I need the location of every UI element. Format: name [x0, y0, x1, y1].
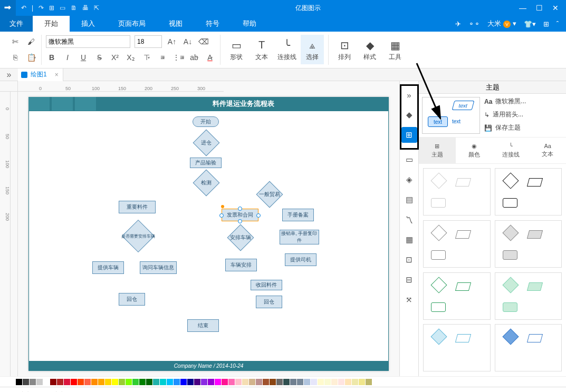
menu-view[interactable]: 视图	[157, 16, 194, 32]
node-invoice-selected[interactable]: 发票和合同	[222, 209, 258, 221]
node-diamond-3[interactable]: 一般贸易	[256, 181, 283, 208]
color-swatch[interactable]	[98, 379, 104, 385]
color-swatch[interactable]	[30, 379, 36, 385]
italic-button[interactable]: I	[62, 52, 73, 63]
theme-item[interactable]	[495, 324, 562, 371]
node-diamond-5[interactable]: 安排车辆	[227, 224, 254, 251]
side-chart-icon[interactable]: 〽	[401, 212, 417, 228]
theme-font-option[interactable]: Aa 微软雅黑...	[484, 97, 563, 106]
font-color-button[interactable]: A▾	[204, 52, 216, 63]
line-spacing-button[interactable]: ≡▾	[157, 52, 168, 63]
theme-item[interactable]	[423, 168, 491, 215]
theme-save-option[interactable]: 💾 保存主题	[484, 123, 563, 132]
color-swatch[interactable]	[201, 379, 207, 385]
node-vehicle-info[interactable]: 询问车辆信息	[140, 261, 177, 274]
theme-tab-theme[interactable]: ⊞主题	[419, 138, 456, 163]
grid-icon[interactable]: ⊞	[543, 20, 549, 28]
color-swatch[interactable]	[167, 379, 173, 385]
select-button[interactable]: ⟁选择	[301, 35, 324, 64]
shirt-icon[interactable]: 👕▾	[524, 20, 536, 28]
expand-shapes-icon[interactable]: »	[0, 70, 18, 80]
subscript-button[interactable]: X₂	[125, 52, 137, 63]
color-swatch[interactable]	[215, 379, 221, 385]
color-swatch[interactable]	[235, 379, 242, 385]
color-swatch[interactable]	[160, 379, 166, 385]
color-swatch[interactable]	[64, 379, 70, 385]
highlight-button[interactable]: ab▾	[188, 52, 200, 63]
color-swatch[interactable]	[263, 379, 269, 385]
side-attach-icon[interactable]: ⊡	[401, 252, 417, 268]
color-swatch[interactable]	[36, 379, 43, 385]
color-swatch[interactable]	[359, 379, 365, 385]
color-swatch[interactable]	[222, 379, 228, 385]
close-tab-icon[interactable]: ×	[55, 71, 59, 79]
color-swatch[interactable]	[78, 379, 84, 385]
theme-item[interactable]	[495, 168, 562, 215]
clear-format-button[interactable]: ⌫	[198, 36, 209, 47]
style-button[interactable]: ◆样式	[358, 35, 381, 64]
color-swatch[interactable]	[352, 379, 358, 385]
bullets-button[interactable]: ⋮≡▾	[172, 52, 184, 63]
color-swatch[interactable]	[331, 379, 338, 385]
color-swatch[interactable]	[276, 379, 283, 385]
color-swatch[interactable]	[153, 379, 159, 385]
canvas[interactable]: 料件退运业务流程表 开始 进仓 产品输验 检测 一般贸易 重要料件 是否需要安排…	[28, 97, 389, 371]
color-swatch[interactable]	[366, 379, 372, 385]
shape-button[interactable]: ▭形状	[225, 35, 248, 64]
theme-item[interactable]	[495, 220, 562, 268]
node-start[interactable]: 开始	[193, 116, 219, 127]
color-swatch[interactable]	[132, 379, 139, 385]
side-theme-icon[interactable]: ⊞	[401, 127, 417, 143]
color-swatch[interactable]	[84, 379, 91, 385]
menu-file[interactable]: 文件	[0, 16, 33, 32]
color-swatch[interactable]	[16, 379, 22, 385]
node-material[interactable]: 重要料件	[119, 201, 156, 213]
side-table-icon[interactable]: ▦	[401, 232, 417, 248]
node-vehicle-arrange[interactable]: 车辆安排	[225, 259, 257, 271]
node-diamond-4[interactable]: 是否需要安排车辆	[122, 220, 155, 252]
send-icon[interactable]: ✈	[455, 20, 461, 28]
node-return1[interactable]: 回仓	[119, 293, 145, 306]
color-swatch[interactable]	[126, 379, 132, 385]
color-swatch[interactable]	[311, 379, 317, 385]
color-swatch[interactable]	[43, 379, 50, 385]
app-logo[interactable]: ⮕	[0, 0, 16, 16]
node-end[interactable]: 结束	[187, 319, 219, 332]
node-manual[interactable]: 手册备案	[282, 209, 314, 221]
theme-arrow-option[interactable]: ↳ 通用箭头...	[484, 110, 563, 119]
theme-tab-color[interactable]: ◉颜色	[456, 138, 493, 163]
color-swatch[interactable]	[194, 379, 200, 385]
format-painter-button[interactable]: 🖌	[25, 36, 37, 47]
new-button[interactable]: ⊞	[49, 4, 54, 12]
color-swatch[interactable]	[297, 379, 303, 385]
color-swatch[interactable]	[318, 379, 324, 385]
node-vehicle1[interactable]: 提供车辆	[92, 261, 124, 274]
side-layer-icon[interactable]: ◈	[401, 172, 417, 188]
color-swatch[interactable]	[208, 379, 214, 385]
undo-button[interactable]: ↶	[21, 4, 26, 12]
bold-button[interactable]: B	[46, 52, 57, 63]
strikethrough-button[interactable]: S̶	[93, 52, 105, 63]
arrange-button[interactable]: ⊡排列	[333, 35, 356, 64]
side-fill-icon[interactable]: ◆	[401, 107, 417, 123]
theme-item[interactable]	[423, 272, 491, 320]
print-button[interactable]: 🖶	[82, 4, 89, 12]
side-shuffle-icon[interactable]: ⤧	[401, 292, 417, 308]
color-swatch[interactable]	[242, 379, 248, 385]
theme-item[interactable]	[423, 220, 491, 268]
node-driver[interactable]: 提供司机	[285, 253, 316, 266]
color-swatch[interactable]	[71, 379, 77, 385]
color-swatch[interactable]	[91, 379, 98, 385]
open-button[interactable]: ▭	[60, 4, 65, 12]
menu-help[interactable]: 帮助	[231, 16, 268, 32]
menu-layout[interactable]: 页面布局	[107, 16, 157, 32]
color-swatch[interactable]	[174, 379, 180, 385]
user-name[interactable]: 大米 V ▾	[487, 19, 516, 28]
export-button[interactable]: ⇱	[94, 4, 99, 12]
maximize-button[interactable]: ☐	[536, 4, 543, 12]
share-icon[interactable]: ⚬⚬	[468, 20, 480, 28]
font-name-select[interactable]	[46, 35, 130, 48]
color-swatch[interactable]	[112, 379, 118, 385]
copy-button[interactable]: ⎘	[9, 52, 21, 63]
color-swatch[interactable]	[57, 379, 63, 385]
